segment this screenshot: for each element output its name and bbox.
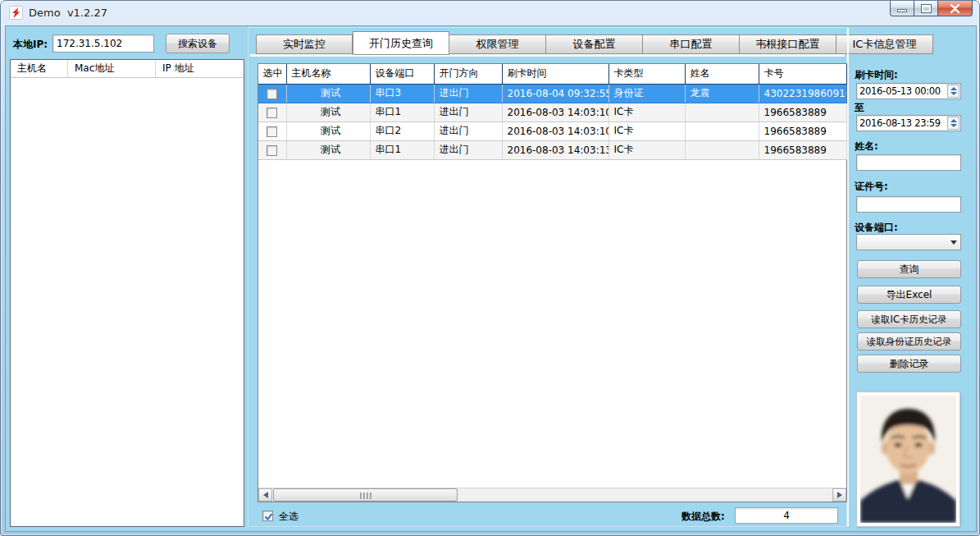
select-all-label: 全选	[279, 510, 299, 524]
row-checkbox[interactable]	[267, 108, 277, 118]
tab-bar: 实时监控 开门历史查询 权限管理 设备配置 串口配置 韦根接口配置 IC卡信息管…	[256, 30, 933, 54]
cell-card-no: 430223198609164219	[759, 84, 846, 103]
close-icon	[950, 4, 960, 13]
close-button[interactable]	[938, 1, 973, 16]
cell-card-no: 1966583889	[759, 140, 846, 159]
spinner-down-icon	[950, 92, 957, 95]
right-panel-separator	[847, 28, 849, 526]
content-area: 本地IP: 搜索设备 主机名 Mac地址 IP 地址 实时监控 开门历史查询 权…	[5, 25, 977, 532]
time-from-field[interactable]: 2016-05-13 00:00	[856, 83, 961, 99]
cell-direction: 进出门	[434, 84, 502, 103]
cell-direction: 进出门	[434, 121, 502, 140]
cell-time: 2016-08-03 14:03:13	[502, 140, 609, 159]
col-header-card-type[interactable]: 卡类型	[609, 64, 685, 84]
cell-name	[685, 121, 759, 140]
cell-port: 串口1	[370, 103, 434, 121]
cell-host: 测试	[286, 121, 370, 140]
scrollbar-thumb[interactable]	[273, 488, 458, 502]
tab-permissions[interactable]: 权限管理	[449, 34, 546, 54]
cell-host: 测试	[286, 103, 370, 121]
app-logo-icon	[9, 6, 23, 20]
time-to-value: 2016-08-13 23:59	[859, 117, 941, 129]
tab-serial-config[interactable]: 串口配置	[643, 34, 740, 54]
records-table-header-row: 选中 主机名称 设备端口 开门方向 刷卡时间 卡类型 姓名 卡号	[258, 64, 846, 84]
cell-port: 串口3	[370, 84, 434, 103]
cell-card-type: IC卡	[609, 121, 685, 140]
total-count-label: 数据总数:	[681, 510, 725, 524]
time-to-spinner[interactable]	[947, 117, 959, 130]
device-list-header-ip: IP 地址	[156, 60, 244, 77]
row-checkbox[interactable]	[267, 89, 277, 99]
cardholder-photo-frame	[856, 392, 960, 527]
scroll-left-button[interactable]	[258, 488, 272, 502]
tab-device-config[interactable]: 设备配置	[546, 34, 643, 54]
tab-underline	[250, 54, 845, 57]
id-number-input[interactable]	[856, 196, 961, 213]
cell-time: 2016-08-04 09:32:55	[502, 84, 609, 103]
row-checkbox[interactable]	[267, 126, 277, 137]
read-id-history-button[interactable]: 读取身份证历史记录	[857, 332, 961, 350]
name-input[interactable]	[856, 154, 961, 171]
minimize-icon	[897, 9, 907, 12]
cell-name	[685, 103, 759, 121]
spinner-up-icon	[950, 119, 957, 122]
scroll-right-button[interactable]	[832, 488, 846, 502]
col-header-selected[interactable]: 选中	[258, 64, 286, 84]
cell-card-type: IC卡	[609, 140, 685, 159]
cell-host: 测试	[286, 140, 370, 159]
device-list-header-hostname: 主机名	[11, 60, 68, 77]
time-to-field[interactable]: 2016-08-13 23:59	[856, 115, 961, 131]
records-table-container: 选中 主机名称 设备端口 开门方向 刷卡时间 卡类型 姓名 卡号	[258, 63, 847, 502]
export-excel-button[interactable]: 导出Excel	[857, 286, 961, 304]
spinner-up-icon	[950, 87, 957, 90]
records-table: 选中 主机名称 设备端口 开门方向 刷卡时间 卡类型 姓名 卡号	[258, 64, 847, 160]
read-ic-history-button[interactable]: 读取IC卡历史记录	[857, 310, 961, 328]
cell-card-no: 1966583889	[759, 121, 846, 140]
main-panel: 实时监控 开门历史查询 权限管理 设备配置 串口配置 韦根接口配置 IC卡信息管…	[248, 27, 847, 527]
time-from-value: 2016-05-13 00:00	[859, 85, 941, 97]
scrollbar-grip-icon	[360, 492, 371, 499]
col-header-name[interactable]: 姓名	[685, 64, 759, 84]
title-bar: Demo v1.2.27	[1, 1, 979, 25]
tab-open-door-history[interactable]: 开门历史查询	[353, 31, 449, 55]
col-header-host[interactable]: 主机名称	[286, 64, 370, 84]
minimize-button[interactable]	[890, 1, 914, 16]
local-ip-label: 本地IP:	[13, 38, 48, 52]
table-row[interactable]: 测试 串口1 进出门 2016-08-03 14:03:10 IC卡 19665…	[258, 103, 846, 121]
cell-card-no: 1966583889	[759, 103, 846, 121]
spinner-down-icon	[950, 124, 957, 127]
col-header-card-no[interactable]: 卡号	[759, 64, 846, 84]
local-ip-input[interactable]	[52, 34, 154, 53]
cell-name: 龙震	[685, 84, 759, 103]
col-header-port[interactable]: 设备端口	[370, 64, 434, 84]
maximize-button[interactable]	[914, 1, 938, 16]
cell-host: 测试	[286, 84, 370, 103]
table-row[interactable]: 测试 串口1 进出门 2016-08-03 14:03:13 IC卡 19665…	[258, 140, 846, 159]
col-header-direction[interactable]: 开门方向	[434, 64, 502, 84]
time-from-spinner[interactable]	[947, 85, 959, 98]
delete-records-button[interactable]: 删除记录	[857, 355, 961, 373]
cell-card-type: 身份证	[609, 84, 685, 103]
horizontal-scrollbar[interactable]	[258, 488, 846, 502]
cell-direction: 进出门	[434, 140, 502, 159]
app-window: Demo v1.2.27 本地IP: 搜索设备 主机名 Mac地址 IP 地址	[0, 0, 980, 536]
select-all-checkbox[interactable]	[262, 511, 273, 521]
cell-port: 串口1	[370, 140, 434, 159]
device-port-select[interactable]	[856, 234, 961, 250]
device-list-header-mac: Mac地址	[68, 60, 156, 77]
search-devices-button[interactable]: 搜索设备	[166, 34, 230, 53]
scroll-left-icon	[263, 492, 268, 498]
tab-realtime-monitor[interactable]: 实时监控	[256, 34, 353, 54]
table-row[interactable]: 测试 串口2 进出门 2016-08-03 14:03:10 IC卡 19665…	[258, 121, 846, 140]
query-button[interactable]: 查询	[857, 260, 961, 278]
name-label: 姓名:	[855, 140, 878, 153]
swipe-time-label: 刷卡时间:	[855, 68, 898, 82]
device-port-label: 设备端口:	[855, 221, 898, 235]
to-label: 至	[855, 101, 864, 115]
tab-wiegand-config[interactable]: 韦根接口配置	[740, 34, 836, 54]
row-checkbox[interactable]	[267, 145, 277, 156]
tab-ic-card-info[interactable]: IC卡信息管理	[836, 34, 933, 54]
col-header-time[interactable]: 刷卡时间	[502, 64, 609, 84]
table-row[interactable]: 测试 串口3 进出门 2016-08-04 09:32:55 身份证 龙震 43…	[258, 84, 846, 103]
device-list[interactable]: 主机名 Mac地址 IP 地址	[10, 59, 244, 527]
